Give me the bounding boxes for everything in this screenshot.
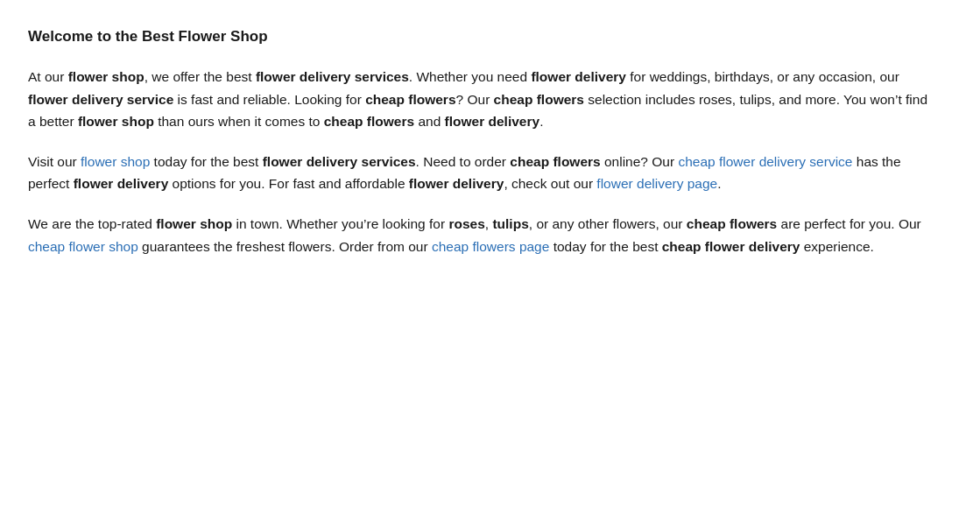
bold-roses: roses xyxy=(448,216,484,231)
bold-cheap-flowers-5: cheap flowers xyxy=(687,216,777,231)
cheap-flower-shop-link[interactable]: cheap flower shop xyxy=(28,239,138,254)
bold-flower-shop-2: flower shop xyxy=(78,114,154,129)
page-title: Welcome to the Best Flower Shop xyxy=(28,25,935,48)
bold-cheap-flower-delivery: cheap flower delivery xyxy=(662,239,800,254)
flower-delivery-page-link[interactable]: flower delivery page xyxy=(596,176,717,191)
bold-flower-shop-1: flower shop xyxy=(68,69,145,84)
bold-cheap-flowers-3: cheap flowers xyxy=(324,114,414,129)
bold-flower-delivery-4: flower delivery xyxy=(409,176,504,191)
bold-flower-delivery-2: flower delivery xyxy=(445,114,540,129)
bold-cheap-flowers-4: cheap flowers xyxy=(510,154,600,169)
bold-flower-delivery-services-2: flower delivery services xyxy=(263,154,416,169)
bold-tulips: tulips xyxy=(492,216,528,231)
cheap-flowers-page-link[interactable]: cheap flowers page xyxy=(432,239,549,254)
content-wrapper: Welcome to the Best Flower Shop At our f… xyxy=(0,0,963,285)
flower-shop-link[interactable]: flower shop xyxy=(81,154,150,169)
bold-flower-delivery-3: flower delivery xyxy=(74,176,169,191)
bold-cheap-flowers-2: cheap flowers xyxy=(494,92,584,107)
bold-cheap-flowers-1: cheap flowers xyxy=(365,92,455,107)
bold-flower-delivery-service-1: flower delivery service xyxy=(28,92,173,107)
paragraph-2: Visit our flower shop today for the best… xyxy=(28,151,935,195)
bold-flower-shop-3: flower shop xyxy=(156,216,232,231)
cheap-flower-delivery-service-link[interactable]: cheap flower delivery service xyxy=(678,154,852,169)
paragraph-3: We are the top-rated flower shop in town… xyxy=(28,213,935,257)
bold-flower-delivery-1: flower delivery xyxy=(531,69,626,84)
paragraph-1: At our flower shop, we offer the best fl… xyxy=(28,66,935,133)
bold-flower-delivery-services-1: flower delivery services xyxy=(256,69,409,84)
